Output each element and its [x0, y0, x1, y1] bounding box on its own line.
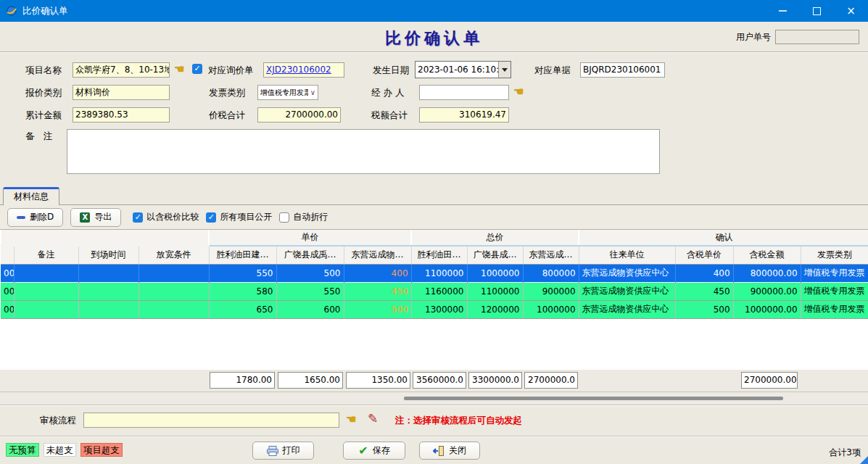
cell[interactable] [14, 282, 78, 300]
print-button[interactable]: 打印 [252, 442, 314, 460]
cell[interactable] [14, 264, 78, 282]
cell[interactable] [139, 264, 209, 282]
project-picker-hand-icon[interactable]: ☚ [174, 64, 184, 75]
cell[interactable] [139, 300, 209, 318]
col-header-remark[interactable]: 备注 [14, 246, 78, 264]
col-header-supplier[interactable]: 往来单位 [579, 246, 675, 264]
cell[interactable]: 1100000 [467, 282, 523, 300]
cell-invoice-type[interactable]: 增值税专用发票 [801, 300, 868, 318]
minimize-button[interactable] [766, 0, 800, 22]
totals-row: 1780.00 1650.00 1350.00 3560000.0 330000… [0, 370, 868, 392]
col-header[interactable] [1, 246, 14, 264]
project-field[interactable]: 众凯学府7、8、10-13地下 [73, 62, 170, 78]
cell[interactable]: 800000 [523, 264, 579, 282]
col-header-vendor3-total[interactable]: 东营远成… [523, 246, 579, 264]
delete-button[interactable]: 删除D [7, 208, 63, 227]
cell[interactable]: 500 [675, 300, 733, 318]
cell[interactable]: 1000000 [467, 264, 523, 282]
cell-lowest-price[interactable]: 450 [344, 282, 411, 300]
handler-picker-hand-icon[interactable]: ☚ [513, 86, 524, 98]
cell[interactable]: 600 [276, 300, 344, 318]
cell[interactable]: 1160000 [411, 282, 467, 300]
cell[interactable]: 650 [209, 300, 276, 318]
cell[interactable] [139, 282, 209, 300]
cell[interactable]: 1000000.00 [733, 300, 801, 318]
checkbox-checked-icon [133, 212, 143, 223]
col-header-unit-price-with-tax[interactable]: 含税单价 [675, 246, 733, 264]
date-combo[interactable]: 2023-01-06 16:10:58 [415, 61, 511, 78]
ref-doc-field[interactable]: BJQRD230106001 [580, 62, 665, 78]
table-row-selected[interactable]: 00 550 500 400 1100000 1000000 800000 东营… [1, 264, 868, 282]
table-row[interactable]: 00 650 600 500 1300000 1200000 1000000 东… [1, 300, 868, 318]
scrollbar-thumb[interactable] [404, 397, 783, 400]
tax-sum-field[interactable]: 2700000.00 [257, 107, 341, 123]
col-header-invoice-type[interactable]: 发票类别 [801, 246, 868, 264]
cell[interactable]: 580 [209, 282, 276, 300]
cell[interactable]: 00 [1, 300, 14, 318]
cell[interactable] [78, 282, 139, 300]
cell-lowest-price[interactable]: 400 [344, 264, 411, 282]
col-header-vendor2-unit[interactable]: 广饶县成禹… [276, 246, 344, 264]
compare-with-tax-checkbox[interactable]: 以含税价比较 [133, 211, 199, 223]
close-form-button[interactable]: 关闭 [419, 442, 480, 460]
close-button[interactable]: × [834, 0, 868, 22]
inquiry-checkbox[interactable] [192, 64, 202, 74]
total-items-count: 合计3项 [829, 447, 861, 459]
user-no-field[interactable] [775, 30, 859, 44]
cell-invoice-type[interactable]: 增值税专用发票 [801, 264, 868, 282]
cell-invoice-type[interactable]: 增值税专用发票 [801, 282, 868, 300]
cell[interactable]: 450 [675, 282, 733, 300]
cell[interactable] [14, 300, 78, 318]
cell[interactable]: 00 [1, 282, 14, 300]
cell[interactable]: 1000000 [523, 300, 579, 318]
maximize-button[interactable] [800, 0, 834, 22]
footer-bar: 无预算 未超支 项目超支 打印 ✔ 保存 关闭 合计3项 [0, 436, 868, 464]
excel-icon: X [80, 212, 90, 223]
auto-wrap-checkbox[interactable]: 自动折行 [279, 211, 328, 223]
cell-supplier[interactable]: 东营远成物资供应中心 [579, 264, 675, 282]
cell[interactable]: 900000 [523, 282, 579, 300]
date-dropdown-button[interactable] [498, 62, 511, 78]
col-header-arrival-time[interactable]: 到场时间 [78, 246, 139, 264]
cell-lowest-price[interactable]: 500 [344, 300, 411, 318]
cell[interactable]: 400 [675, 264, 733, 282]
inquiry-link[interactable]: XJD230106002 [263, 62, 344, 78]
cell[interactable]: 1100000 [411, 264, 467, 282]
col-header-amount-with-tax[interactable]: 含税金额 [733, 246, 801, 264]
cell-supplier[interactable]: 东营远成物资供应中心 [579, 300, 675, 318]
cell[interactable]: 800000.00 [733, 264, 801, 282]
resize-grip[interactable] [860, 456, 868, 464]
col-header-vendor2-total[interactable]: 广饶县成… [467, 246, 523, 264]
cell[interactable]: 1200000 [467, 300, 523, 318]
cell[interactable]: 900000.00 [733, 282, 801, 300]
cell[interactable]: 500 [276, 264, 344, 282]
accum-amount-field[interactable]: 2389380.53 [73, 107, 170, 123]
quote-type-field[interactable]: 材料询价 [73, 85, 170, 100]
signature-pen-icon[interactable]: ✎ [368, 413, 378, 425]
tab-material-info[interactable]: 材料信息 [3, 187, 59, 205]
approval-picker-hand-icon[interactable]: ☚ [346, 414, 356, 426]
col-header-vendor1-total[interactable]: 胜利油田… [411, 246, 467, 264]
cell[interactable]: 550 [276, 282, 344, 300]
cell[interactable]: 550 [209, 264, 276, 282]
horizontal-scrollbar[interactable] [0, 392, 868, 405]
approval-flow-field[interactable] [83, 413, 339, 428]
remark-textarea[interactable] [67, 129, 660, 174]
save-button[interactable]: ✔ 保存 [343, 442, 405, 460]
handler-field[interactable] [419, 85, 509, 100]
total-vendor3-sum: 2700000.0 [524, 372, 578, 389]
cell[interactable]: 00 [1, 264, 14, 282]
cell[interactable]: 1300000 [411, 300, 467, 318]
invoice-type-combo[interactable]: 增值税专用发票|13 ∨ [257, 85, 318, 100]
export-button[interactable]: X 导出 [70, 208, 121, 227]
table-row[interactable]: 00 580 550 450 1160000 1100000 900000 东营… [1, 282, 868, 300]
cell[interactable] [78, 300, 139, 318]
no-budget-badge: 无预算 [6, 443, 39, 457]
col-header-vendor1-unit[interactable]: 胜利油田建… [209, 246, 276, 264]
cell-supplier[interactable]: 东营远成物资供应中心 [579, 282, 675, 300]
col-header-relax-condition[interactable]: 放宽条件 [139, 246, 209, 264]
col-header-vendor3-unit[interactable]: 东营远成物… [344, 246, 411, 264]
tax-amount-field[interactable]: 310619.47 [419, 107, 509, 123]
cell[interactable] [78, 264, 139, 282]
all-projects-public-checkbox[interactable]: 所有项目公开 [206, 211, 272, 223]
